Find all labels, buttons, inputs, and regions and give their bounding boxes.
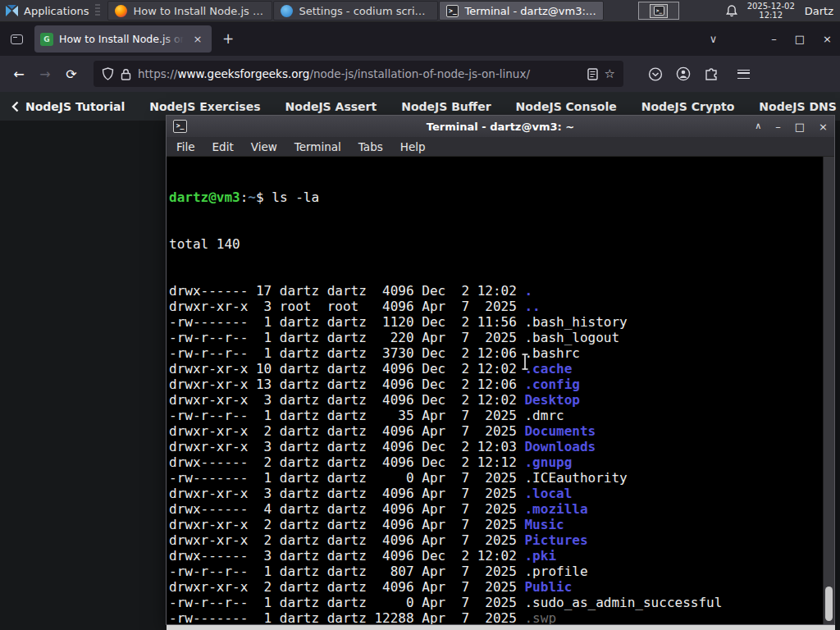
new-tab-button[interactable]: + [217, 28, 240, 51]
pocket-icon[interactable] [648, 67, 663, 81]
firefox-view-button[interactable] [5, 28, 28, 51]
reload-button[interactable]: ⟳ [59, 62, 84, 86]
taskbar-button-label: How to Install Node.js o... [133, 5, 265, 17]
terminal-row: drwxr-xr-x 2 dartz dartz 4096 Apr 7 2025… [169, 579, 823, 595]
taskbar-button[interactable]: Settings - codium script... [273, 1, 438, 21]
lock-icon[interactable] [121, 68, 131, 80]
gfg-nav-label: NodeJS Crypto [641, 100, 735, 113]
gfg-nav-item[interactable]: NodeJS Exercises [149, 100, 260, 113]
terminal-output[interactable]: dartz@vm3:~$ ls -la total 140 drwx------… [167, 157, 823, 624]
terminal-row: -rw-r--r-- 1 dartz dartz 0 Apr 7 2025 .s… [169, 595, 823, 610]
file-name: .. [524, 299, 540, 314]
gfg-nav-item[interactable]: NodeJS DNS [759, 100, 836, 113]
file-name: Music [524, 517, 564, 532]
terminal-menu-terminal[interactable]: Terminal [294, 140, 341, 153]
terminal-row: drwxr-xr-x 3 root root 4096 Apr 7 2025 .… [169, 299, 823, 314]
gfg-nav-item[interactable]: NodeJS Assert [285, 100, 377, 113]
terminal-icon: >_ [173, 120, 187, 133]
forward-button[interactable]: → [33, 62, 57, 86]
terminal-row: drwxr-xr-x 3 dartz dartz 4096 Dec 2 12:0… [169, 392, 823, 408]
reader-mode-icon[interactable] [587, 68, 598, 80]
terminal-menu-help[interactable]: Help [400, 140, 426, 153]
account-icon[interactable] [676, 66, 691, 81]
file-name: Pictures [524, 532, 587, 548]
gfg-nav-item[interactable]: NodeJS Tutorial [11, 100, 125, 113]
terminal-maximize-button[interactable]: □ [795, 121, 805, 133]
extensions-puzzle-icon[interactable] [704, 66, 719, 81]
terminal-row: drwxr-xr-x 13 dartz dartz 4096 Dec 2 12:… [169, 377, 823, 392]
browser-tab-active[interactable]: G How to Install Node.js on × [34, 25, 212, 52]
file-name: .profile [524, 564, 587, 579]
file-name: .ICEauthority [524, 470, 627, 486]
prompt-colon: : [240, 189, 249, 205]
tracking-shield-icon[interactable] [102, 67, 114, 80]
window-close-button[interactable]: × [823, 33, 832, 45]
taskbar-button[interactable]: How to Install Node.js o... [107, 1, 272, 21]
terminal-minimize-button[interactable]: – [775, 121, 781, 133]
terminal-menu-edit[interactable]: Edit [212, 140, 234, 153]
navigation-toolbar: ← → ⟳ https://www.geeksforgeeks.org/node… [0, 56, 840, 92]
terminal-menu-view[interactable]: View [251, 140, 277, 153]
window-minimize-button[interactable]: – [771, 33, 777, 45]
mini-terminal-icon: >_ [654, 6, 664, 16]
firefox-icon [115, 5, 127, 17]
terminal-scrollbar[interactable] [823, 157, 834, 624]
terminal-close-button[interactable]: × [819, 121, 828, 133]
desktop: Applications How to Install Node.js o...… [0, 0, 840, 630]
url-bar[interactable]: https://www.geeksforgeeks.org/node-js/in… [94, 61, 623, 87]
terminal-row: drwx------ 3 dartz dartz 4096 Dec 2 12:0… [169, 548, 823, 564]
gfg-nav-label: NodeJS Buffer [401, 100, 491, 113]
terminal-menu-file[interactable]: File [176, 140, 195, 153]
prompt-path: ~ [248, 189, 256, 205]
url-scheme: https:// [138, 67, 177, 80]
terminal-shade-button[interactable]: ∧ [755, 121, 761, 133]
panel-clock[interactable]: 2025-12-02 12:12 [747, 2, 795, 20]
file-name: .bash_logout [524, 330, 619, 345]
taskbar-button-label: Settings - codium script... [299, 5, 431, 17]
prompt-dollar: $ [256, 189, 272, 205]
terminal-menu-tabs[interactable]: Tabs [358, 140, 383, 153]
app-menu-button[interactable] [732, 62, 755, 85]
file-name: .mozilla [524, 501, 587, 517]
gfg-nav-label: NodeJS Exercises [149, 100, 260, 113]
file-name: Downloads [524, 439, 596, 454]
terminal-row: drwxr-xr-x 10 dartz dartz 4096 Dec 2 12:… [169, 361, 823, 377]
gfg-nav-label: NodeJS DNS [759, 100, 836, 113]
terminal-row: drwx------ 4 dartz dartz 4096 Apr 7 2025… [169, 501, 823, 517]
top-panel: Applications How to Install Node.js o...… [0, 0, 840, 22]
gfg-nav-item[interactable]: NodeJS Buffer [401, 100, 491, 113]
applications-menu[interactable]: Applications [0, 0, 107, 21]
user-menu[interactable]: Dartz [805, 5, 833, 17]
gfg-nav-item[interactable]: NodeJS Crypto [641, 100, 735, 113]
taskbar-button[interactable]: >_Terminal - dartz@vm3: ~ [439, 1, 604, 21]
notification-bell-icon[interactable] [726, 5, 737, 17]
terminal-scrollbar-thumb[interactable] [825, 587, 833, 621]
terminal-row: -rw-r--r-- 1 dartz dartz 35 Apr 7 2025 .… [169, 408, 823, 423]
file-name: .dmrc [524, 408, 564, 423]
file-name: .bash_history [524, 314, 627, 330]
hamburger-icon [737, 70, 750, 79]
terminal-menubar: FileEditViewTerminalTabsHelp [167, 137, 834, 157]
prompt-line: dartz@vm3:~$ ls -la [169, 189, 823, 205]
back-button[interactable]: ← [7, 62, 31, 86]
file-name: Desktop [524, 392, 579, 408]
terminal-row: -rw-r--r-- 1 dartz dartz 807 Apr 7 2025 … [169, 564, 823, 579]
terminal-titlebar[interactable]: >_ Terminal - dartz@vm3: ~ ∧ – □ × [167, 116, 834, 137]
tab-close-icon[interactable]: × [189, 31, 206, 48]
clock-date: 2025-12-02 [747, 2, 795, 11]
workspace-switcher[interactable]: >_ [638, 2, 679, 20]
terminal-row: -rw------- 1 dartz dartz 1120 Dec 2 11:5… [169, 314, 823, 330]
total-line: total 140 [169, 236, 823, 252]
tab-bar: G How to Install Node.js on × + ∨ – □ × [0, 22, 840, 56]
bookmark-star-icon[interactable]: ☆ [605, 66, 615, 81]
window-maximize-button[interactable]: □ [795, 33, 805, 45]
list-all-tabs-icon[interactable]: ∨ [705, 33, 723, 45]
file-name: Documents [524, 423, 596, 439]
gfg-nav-item[interactable]: NodeJS Console [516, 100, 617, 113]
file-name: .cache [524, 361, 572, 377]
terminal-title: Terminal - dartz@vm3: ~ [167, 121, 834, 133]
url-text: https://www.geeksforgeeks.org/node-js/in… [138, 67, 581, 80]
terminal-row: drwx------ 2 dartz dartz 4096 Dec 2 12:1… [169, 454, 823, 470]
terminal-row: drwxr-xr-x 2 dartz dartz 4096 Apr 7 2025… [169, 517, 823, 532]
chevron-left-icon [11, 101, 19, 112]
